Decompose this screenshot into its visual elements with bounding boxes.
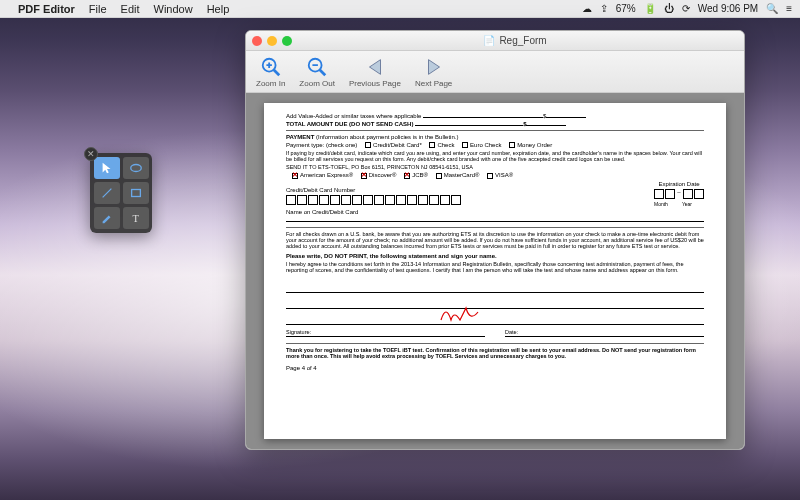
close-palette-button[interactable]: ✕	[84, 147, 98, 161]
svg-point-7	[131, 165, 142, 172]
svg-text:T: T	[133, 213, 140, 224]
money-order-checkbox[interactable]	[509, 142, 515, 148]
discover-label: Discover®	[369, 172, 397, 178]
next-page-button[interactable]: Next Page	[411, 54, 456, 90]
currency-1: $	[543, 113, 546, 119]
traffic-lights	[252, 36, 292, 46]
euro-check-label: Euro Check	[470, 142, 501, 148]
jcb-label: JCB®	[412, 172, 428, 178]
payment-note: (Information about payment policies is i…	[316, 134, 458, 140]
window-menu[interactable]: Window	[154, 3, 193, 15]
previous-page-label: Previous Page	[349, 79, 401, 88]
money-order-label: Money Order	[517, 142, 552, 148]
name-on-card-label: Name on Credit/Debit Card	[286, 209, 704, 215]
visa-checkbox[interactable]	[487, 173, 493, 179]
cloud-icon[interactable]: ☁	[582, 3, 592, 14]
thanks-text: Thank you for registering to take the TO…	[286, 347, 704, 359]
macos-menubar: PDF Editor File Edit Window Help ☁ ⇪ 67%…	[0, 0, 800, 18]
check-checkbox[interactable]	[429, 142, 435, 148]
mastercard-label: MasterCard®	[444, 172, 480, 178]
zoom-in-label: Zoom In	[256, 79, 285, 88]
document-viewport[interactable]: Add Value-Added or similar taxes where a…	[246, 93, 744, 449]
line-tool[interactable]	[94, 182, 120, 204]
next-page-label: Next Page	[415, 79, 452, 88]
sync-icon[interactable]: ⟳	[682, 3, 690, 14]
zoom-in-icon	[260, 56, 282, 78]
currency-2: $	[523, 121, 526, 127]
agreement-text: I hereby agree to the conditions set for…	[286, 261, 704, 273]
card-number-field[interactable]	[286, 195, 461, 205]
payment-type-label: Payment type: (check one)	[286, 142, 357, 148]
credit-card-checkbox[interactable]	[365, 142, 371, 148]
help-menu[interactable]: Help	[207, 3, 230, 15]
send-to-address: SEND IT TO ETS-TOEFL, PO Box 6151, PRINC…	[286, 164, 704, 170]
battery-percent: 67%	[616, 3, 636, 14]
arrow-icon[interactable]: ⇪	[600, 3, 608, 14]
signature-label: Signature:	[286, 329, 311, 335]
check-label: Check	[437, 142, 454, 148]
notification-icon[interactable]: ≡	[786, 3, 792, 14]
window-title: Reg_Form	[499, 35, 546, 46]
svg-line-5	[320, 69, 326, 75]
card-number-label: Credit/Debit Card Number	[286, 187, 461, 193]
zoom-out-button[interactable]: Zoom Out	[295, 54, 339, 90]
expiration-label: Expiration Date	[654, 181, 704, 187]
value-added-label: Add Value-Added or similar taxes where a…	[286, 113, 421, 119]
amex-label: American Express®	[300, 172, 353, 178]
minimize-window-button[interactable]	[267, 36, 277, 46]
zoom-out-icon	[306, 56, 328, 78]
text-tool[interactable]: T	[123, 207, 149, 229]
mastercard-checkbox[interactable]	[436, 173, 442, 179]
svg-line-1	[273, 69, 279, 75]
pdf-page: Add Value-Added or similar taxes where a…	[264, 103, 726, 439]
zoom-window-button[interactable]	[282, 36, 292, 46]
year-label: Year	[682, 201, 692, 207]
amex-checkbox[interactable]	[292, 173, 298, 179]
euro-check-checkbox[interactable]	[462, 142, 468, 148]
expiration-field[interactable]: –	[654, 189, 704, 199]
spotlight-icon[interactable]: 🔍	[766, 3, 778, 14]
previous-page-button[interactable]: Previous Page	[345, 54, 405, 90]
toolbar: Zoom In Zoom Out Previous Page Next Page	[246, 51, 744, 93]
svg-line-8	[103, 189, 112, 198]
total-due-label: TOTAL AMOUNT DUE (DO NOT SEND CASH)	[286, 121, 413, 127]
switch-icon[interactable]: ⏻	[664, 3, 674, 14]
pdf-editor-window: 📄 Reg_Form Zoom In Zoom Out Previous Pag…	[245, 30, 745, 450]
zoom-out-label: Zoom Out	[299, 79, 335, 88]
clock[interactable]: Wed 9:06 PM	[698, 3, 758, 14]
pointer-tool[interactable]	[94, 157, 120, 179]
signature-drawing	[436, 302, 506, 326]
write-statement-header: Please write, DO NOT PRINT, the followin…	[286, 253, 704, 259]
highlighter-tool[interactable]	[94, 207, 120, 229]
next-page-icon	[423, 56, 445, 78]
document-icon: 📄	[483, 35, 495, 46]
payment-header: PAYMENT	[286, 134, 314, 140]
ellipse-tool[interactable]	[123, 157, 149, 179]
previous-page-icon	[364, 56, 386, 78]
rectangle-tool[interactable]	[123, 182, 149, 204]
us-bank-note: For all checks drawn on a U.S. bank, be …	[286, 231, 704, 249]
window-titlebar[interactable]: 📄 Reg_Form	[246, 31, 744, 51]
statement-line-3[interactable]	[286, 313, 704, 325]
menubar-status: ☁ ⇪ 67% 🔋 ⏻ ⟳ Wed 9:06 PM 🔍 ≡	[582, 3, 792, 14]
discover-checkbox[interactable]	[361, 173, 367, 179]
close-window-button[interactable]	[252, 36, 262, 46]
svg-rect-9	[132, 190, 141, 197]
visa-label: VISA®	[495, 172, 513, 178]
date-label: Date:	[505, 329, 518, 335]
statement-line-1[interactable]	[286, 281, 704, 293]
credit-card-label: Credit/Debit Card*	[373, 142, 422, 148]
file-menu[interactable]: File	[89, 3, 107, 15]
app-menu[interactable]: PDF Editor	[18, 3, 75, 15]
jcb-checkbox[interactable]	[404, 173, 410, 179]
page-number: Page 4 of 4	[286, 365, 704, 371]
month-label: Month	[654, 201, 668, 207]
tools-palette[interactable]: ✕ T	[90, 153, 152, 233]
zoom-in-button[interactable]: Zoom In	[252, 54, 289, 90]
edit-menu[interactable]: Edit	[121, 3, 140, 15]
battery-icon[interactable]: 🔋	[644, 3, 656, 14]
card-instructions: If paying by credit/debit card, indicate…	[286, 150, 704, 162]
